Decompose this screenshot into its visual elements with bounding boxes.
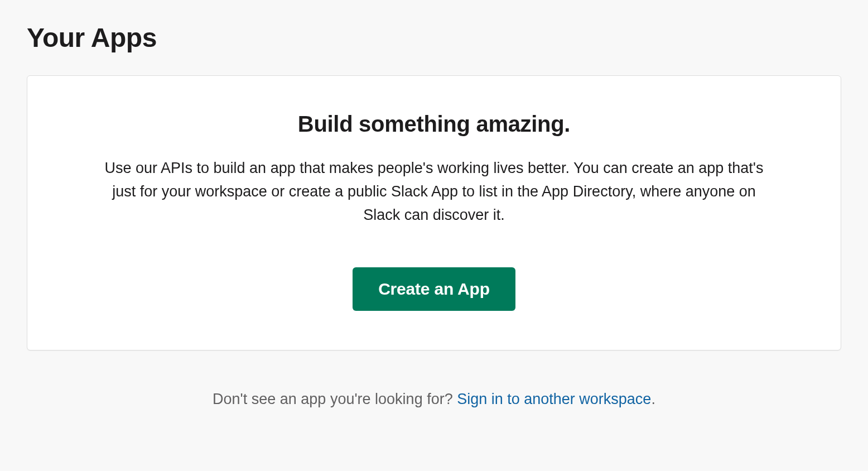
intro-panel: Build something amazing. Use our APIs to… bbox=[27, 75, 841, 350]
page-title: Your Apps bbox=[27, 22, 841, 53]
footer-text: Don't see an app you're looking for? Sig… bbox=[27, 391, 841, 408]
footer-period: . bbox=[651, 391, 655, 407]
panel-heading: Build something amazing. bbox=[66, 112, 802, 137]
panel-description: Use our APIs to build an app that makes … bbox=[94, 157, 774, 227]
sign-in-workspace-link[interactable]: Sign in to another workspace bbox=[457, 391, 651, 407]
footer-prompt: Don't see an app you're looking for? bbox=[213, 391, 457, 407]
create-app-button[interactable]: Create an App bbox=[353, 267, 515, 311]
